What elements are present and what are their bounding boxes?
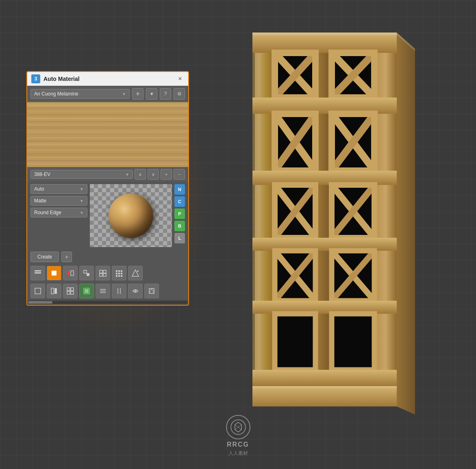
svg-rect-3 [374, 33, 397, 406]
svg-rect-55 [35, 270, 41, 271]
tool-btn-3[interactable] [63, 266, 78, 280]
material-name-row: An Cuong Melamine ▼ ✛ ♥ ? ⚙ [27, 86, 188, 102]
ev-dropdown[interactable]: 388-EV ▼ [30, 170, 133, 179]
create-row: Create + [27, 250, 188, 264]
scrollbar-track [28, 301, 187, 304]
toolbar-row-2 [27, 282, 188, 300]
svg-rect-85 [85, 289, 89, 293]
tool-btn-11[interactable] [79, 284, 94, 298]
tool-btn-14[interactable] [128, 284, 143, 298]
ev-minus-btn[interactable]: − [174, 169, 185, 180]
svg-rect-56 [52, 271, 57, 276]
watermark-logo [226, 415, 250, 439]
svg-rect-78 [51, 288, 54, 294]
svg-rect-70 [121, 273, 122, 274]
b-button[interactable]: B [174, 221, 185, 231]
tool-btn-13[interactable] [112, 284, 126, 298]
l-button[interactable]: L [174, 233, 185, 243]
svg-rect-8 [252, 33, 397, 35]
svg-rect-51 [252, 386, 397, 389]
svg-rect-83 [71, 291, 74, 294]
svg-point-91 [135, 290, 136, 292]
shelf-render [240, 16, 443, 423]
ev-row: 388-EV ▼ ∧ ∨ + − [27, 167, 188, 182]
watermark-cn: 人人素材 [228, 450, 248, 457]
svg-rect-65 [116, 270, 117, 272]
toolbar-row-1 [27, 264, 188, 282]
svg-rect-61 [100, 270, 102, 273]
tool-btn-10[interactable] [63, 284, 78, 298]
material-name-dropdown[interactable]: An Cuong Melamine ▼ [30, 89, 130, 99]
tool-btn-9[interactable] [47, 284, 61, 298]
svg-rect-80 [67, 288, 70, 291]
svg-marker-45 [275, 314, 315, 370]
watermark-text: RRCG [227, 441, 249, 448]
ev-up-btn[interactable]: ∧ [135, 169, 146, 180]
svg-rect-67 [121, 270, 122, 272]
svg-rect-2 [252, 33, 255, 406]
svg-rect-79 [54, 288, 57, 294]
scrollbar-thumb[interactable] [28, 301, 52, 304]
svg-rect-72 [118, 275, 120, 277]
svg-rect-57 [67, 271, 70, 276]
tool-btn-2[interactable] [47, 266, 61, 280]
svg-rect-81 [71, 288, 74, 291]
svg-rect-58 [71, 271, 74, 276]
texture-preview [27, 102, 188, 167]
round-edge-dropdown[interactable]: Round Edge ▼ [30, 208, 87, 217]
tool-btn-8[interactable] [30, 284, 45, 298]
right-buttons: N C P B L [174, 184, 185, 247]
watermark: RRCG 人人素材 [226, 415, 250, 457]
tool-btn-6[interactable] [112, 266, 126, 280]
tool-btn-5[interactable] [96, 266, 110, 280]
tool-btn-12[interactable] [96, 284, 110, 298]
tool-btn-15[interactable] [144, 284, 159, 298]
move-icon-btn[interactable]: ✛ [132, 88, 143, 100]
svg-rect-59 [84, 270, 87, 273]
scrollbar[interactable] [27, 300, 188, 305]
tool-btn-4[interactable] [79, 266, 94, 280]
c-button[interactable]: C [174, 196, 185, 207]
svg-rect-82 [67, 291, 70, 294]
svg-rect-50 [252, 386, 397, 406]
heart-icon-btn[interactable]: ♥ [146, 88, 157, 100]
svg-rect-69 [118, 273, 120, 274]
close-button[interactable]: × [176, 75, 184, 83]
svg-rect-64 [103, 274, 106, 276]
svg-rect-1 [252, 33, 275, 406]
svg-rect-63 [100, 274, 102, 276]
left-dropdowns: Auto ▼ Matte ▼ Round Edge ▼ [30, 184, 87, 247]
ev-plus-btn[interactable]: + [161, 169, 172, 180]
panel-title: Auto Material [43, 76, 176, 82]
gear-icon-btn[interactable]: ⚙ [174, 88, 185, 100]
svg-rect-60 [87, 273, 89, 276]
p-button[interactable]: P [174, 208, 185, 219]
svg-rect-77 [35, 288, 41, 294]
svg-rect-62 [103, 270, 106, 273]
svg-rect-49 [252, 370, 397, 386]
tool-btn-1[interactable] [30, 266, 45, 280]
svg-rect-73 [121, 275, 122, 277]
svg-rect-71 [116, 275, 117, 277]
ev-down-btn[interactable]: ∨ [148, 169, 159, 180]
svg-marker-47 [332, 314, 374, 370]
material-sphere [109, 193, 153, 238]
svg-marker-52 [397, 33, 415, 415]
svg-marker-92 [149, 289, 154, 293]
svg-rect-54 [35, 272, 41, 274]
panel-header: 3 Auto Material × [27, 72, 188, 86]
n-button[interactable]: N [174, 184, 185, 195]
help-icon-btn[interactable]: ? [160, 88, 171, 100]
auto-dropdown[interactable]: Auto ▼ [30, 184, 87, 194]
middle-section: Auto ▼ Matte ▼ Round Edge ▼ N C [27, 182, 188, 250]
add-button[interactable]: + [61, 252, 72, 262]
matte-dropdown[interactable]: Matte ▼ [30, 196, 87, 206]
sphere-background [90, 184, 172, 247]
tool-btn-7[interactable] [128, 266, 143, 280]
svg-rect-66 [118, 270, 120, 272]
create-button[interactable]: Create [30, 252, 59, 262]
svg-rect-68 [116, 273, 117, 274]
sphere-preview-container [90, 184, 172, 247]
app-logo: 3 [31, 74, 40, 83]
material-panel: 3 Auto Material × An Cuong Melamine ▼ ✛ … [26, 71, 189, 306]
